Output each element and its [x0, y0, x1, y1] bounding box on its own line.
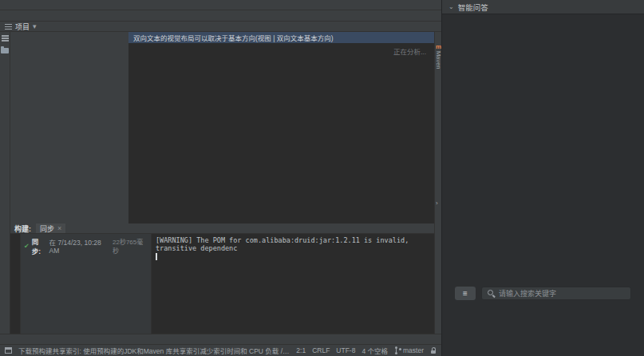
folder-stripe-icon[interactable]: [1, 46, 9, 53]
expand-chevron-icon[interactable]: ›: [436, 200, 438, 207]
git-branch[interactable]: master: [394, 346, 424, 354]
success-check-icon: ✔: [24, 243, 30, 250]
left-tool-stripe: [0, 32, 10, 334]
status-bar: 下载预构建共享索引: 使用预构建的JDK和Maven 库共享索引减少索引时间和 …: [0, 344, 441, 356]
lock-icon[interactable]: [430, 347, 437, 354]
right-tool-stripe: m Maven ›: [434, 32, 441, 334]
chevron-down-icon[interactable]: ▾: [33, 22, 37, 30]
build-panel: 构建: 同步 × ✔ 同步: 在 7/14/23, 10:28 AM 22秒76…: [10, 223, 434, 334]
sync-duration: 22秒765毫秒: [113, 237, 148, 255]
search-icon: [487, 289, 495, 297]
sync-time: 在 7/14/23, 10:28 AM: [49, 237, 110, 255]
branch-name: master: [403, 346, 424, 354]
build-tab-sync[interactable]: 同步 ×: [36, 223, 65, 233]
build-tree-pane[interactable]: ✔ 同步: 在 7/14/23, 10:28 AM 22秒765毫秒: [21, 234, 152, 334]
indent-setting[interactable]: 4 个空格: [362, 346, 388, 355]
assistant-panel: ⌄ 智能问答 ≡ 请输入搜索关键字: [441, 0, 644, 356]
console-line: [WARNING] The POM for com.alibaba:druid:…: [156, 236, 423, 252]
editor-tabs: [118, 22, 432, 31]
file-encoding[interactable]: UTF-8: [336, 346, 355, 354]
project-tool-icon[interactable]: [5, 23, 12, 30]
status-message[interactable]: 下载预构建共享索引: 使用预构建的JDK和Maven 库共享索引减少索引时间和 …: [18, 346, 290, 355]
tabbar-actions: [432, 22, 441, 31]
search-input[interactable]: 请输入搜索关键字: [481, 287, 631, 300]
editor[interactable]: 双向文本的视觉布局可以取决于基本方向(视图 | 双向文本基本方向) 正在分析..…: [128, 32, 434, 223]
bottom-tool-stripe: [0, 334, 441, 344]
sync-label: 同步:: [32, 236, 47, 255]
build-toolbar: [10, 234, 21, 334]
analyzing-status: 正在分析...: [393, 46, 426, 56]
assistant-search-row: ≡ 请输入搜索关键字: [442, 284, 644, 302]
project-stripe-icon[interactable]: [2, 34, 9, 42]
build-panel-body: ✔ 同步: 在 7/14/23, 10:28 AM 22秒765毫秒 [WARN…: [10, 234, 434, 334]
maven-icon: m: [436, 43, 441, 50]
app-root: 项目 ▾ 双向文本的视觉布局可以取决于基本方向(视图 | 双向文本基本方向) 正…: [0, 0, 644, 356]
text-caret: [156, 253, 157, 260]
project-tree[interactable]: [10, 32, 128, 223]
menu-bar: [0, 0, 441, 10]
menu-burger-button[interactable]: ≡: [455, 287, 476, 300]
build-panel-header: 构建: 同步 ×: [10, 223, 434, 234]
build-console[interactable]: [WARNING] The POM for com.alibaba:druid:…: [152, 234, 434, 334]
close-icon[interactable]: ×: [57, 224, 61, 232]
chevron-down-icon: ⌄: [448, 3, 454, 10]
toolwindow-tab-row: 项目 ▾: [0, 21, 441, 32]
search-placeholder: 请输入搜索关键字: [499, 288, 556, 299]
editor-banner: 双向文本的视觉布局可以取决于基本方向(视图 | 双向文本基本方向): [128, 32, 434, 43]
branch-icon: [394, 346, 401, 354]
project-panel-title[interactable]: 项目: [15, 22, 30, 32]
banner-text: 双向文本的视觉布局可以取决于基本方向(视图 | 双向文本基本方向): [133, 33, 421, 42]
project-panel-header: 项目 ▾: [0, 22, 118, 31]
main-toolbar: [0, 10, 441, 21]
build-sync-row[interactable]: ✔ 同步: 在 7/14/23, 10:28 AM 22秒765毫秒: [24, 236, 148, 255]
build-tab-label: 同步: [40, 223, 54, 234]
window-icon[interactable]: [5, 347, 12, 354]
line-ending[interactable]: CRLF: [312, 346, 330, 354]
build-panel-title: 构建:: [14, 223, 31, 234]
assistant-panel-header[interactable]: ⌄ 智能问答: [442, 0, 644, 14]
assistant-panel-title: 智能问答: [458, 2, 488, 13]
caret-position[interactable]: 2:1: [296, 346, 306, 354]
